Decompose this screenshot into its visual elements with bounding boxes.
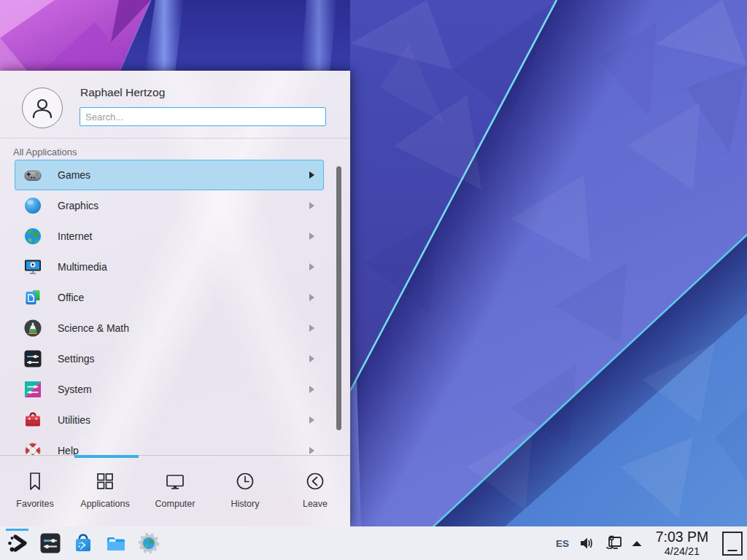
category-label: Graphics — [58, 200, 309, 211]
category-label: System — [58, 384, 309, 395]
bookmark-icon — [24, 470, 46, 492]
user-name: Raphael Hertzog — [80, 86, 165, 99]
category-row-utilities[interactable]: Utilities — [15, 405, 324, 435]
category-label: Multimedia — [58, 261, 309, 273]
sphere-icon — [23, 195, 43, 216]
globe-icon — [23, 226, 43, 246]
system-tray: ES 7:03 PM 4/24/21 — [556, 526, 743, 560]
submenu-arrow-icon — [309, 447, 314, 454]
show-desktop-glyph — [728, 550, 738, 551]
submenu-arrow-icon — [309, 263, 314, 271]
section-label: All Applications — [13, 147, 77, 158]
system-settings-icon[interactable] — [39, 532, 62, 555]
user-icon — [30, 96, 55, 120]
submenu-arrow-icon — [309, 324, 314, 332]
tab-label: Favorites — [16, 499, 53, 509]
computer-icon — [164, 470, 186, 492]
tab-history[interactable]: History — [210, 456, 280, 526]
category-label: Office — [58, 292, 309, 303]
category-label: Settings — [58, 353, 309, 365]
gamepad-icon — [23, 165, 43, 185]
list-scrollbar[interactable] — [336, 166, 341, 430]
dolphin-icon[interactable] — [104, 532, 128, 555]
sliders-icon — [23, 349, 43, 369]
caret-up-icon[interactable] — [632, 540, 642, 547]
keyboard-layout-indicator[interactable]: ES — [556, 538, 569, 549]
category-label: Utilities — [58, 414, 309, 426]
tab-label: Applications — [80, 499, 129, 509]
tab-label: Computer — [155, 499, 196, 509]
category-row-multimedia[interactable]: Multimedia — [15, 252, 324, 282]
toolbox-icon — [23, 410, 43, 430]
submenu-arrow-icon — [309, 386, 314, 393]
category-row-internet[interactable]: Internet — [15, 221, 324, 252]
tab-favorites[interactable]: Favorites — [0, 456, 70, 526]
grid-icon — [94, 470, 116, 492]
submenu-arrow-icon — [309, 416, 314, 424]
category-label: Help — [58, 445, 309, 455]
category-label: Science & Math — [58, 322, 309, 334]
discover-icon[interactable] — [71, 532, 95, 555]
clock-icon — [234, 470, 256, 492]
tab-applications[interactable]: Applications — [70, 456, 140, 526]
digital-clock[interactable]: 7:03 PM 4/24/21 — [651, 530, 713, 557]
tab-label: History — [231, 499, 260, 509]
network-icon[interactable] — [604, 534, 622, 552]
submenu-arrow-icon — [309, 294, 314, 301]
leave-icon — [304, 470, 326, 492]
category-label: Internet — [58, 230, 309, 242]
desktop: Raphael Hertzog All Applications — [0, 0, 747, 560]
submenu-arrow-icon — [309, 233, 314, 240]
active-tab-indicator — [74, 455, 139, 458]
application-category-list: Games Graphics — [15, 160, 324, 455]
search-input[interactable] — [80, 107, 326, 126]
submenu-arrow-icon — [309, 355, 314, 362]
category-row-settings[interactable]: Settings — [15, 343, 324, 374]
submenu-arrow-icon — [309, 202, 314, 209]
show-desktop-button[interactable] — [722, 532, 743, 556]
lifebuoy-icon — [23, 440, 43, 455]
clock-date: 4/24/21 — [651, 546, 713, 557]
category-row-office[interactable]: Office — [15, 282, 324, 313]
category-label: Games — [58, 169, 309, 181]
active-launcher-indicator — [6, 529, 28, 531]
application-menu-icon[interactable] — [6, 532, 29, 555]
category-row-help[interactable]: Help — [15, 435, 324, 455]
launcher-header: Raphael Hertzog — [0, 71, 350, 139]
tab-leave[interactable]: Leave — [280, 456, 350, 526]
tab-label: Leave — [303, 499, 328, 509]
taskbar-panel: ES 7:03 PM 4/24/21 — [0, 526, 747, 560]
panel-launchers — [6, 532, 160, 555]
category-row-science-math[interactable]: Science & Math — [15, 313, 324, 343]
clock-time: 7:03 PM — [651, 530, 713, 545]
launcher-tab-bar: Favorites Applications — [0, 455, 350, 526]
flask-icon — [23, 318, 43, 338]
submenu-arrow-icon — [309, 171, 314, 179]
application-launcher: Raphael Hertzog All Applications — [0, 71, 350, 526]
user-avatar[interactable] — [22, 88, 63, 128]
documents-icon — [23, 287, 43, 308]
category-row-graphics[interactable]: Graphics — [15, 190, 324, 221]
category-row-games[interactable]: Games — [15, 160, 324, 190]
volume-icon[interactable] — [578, 535, 595, 551]
system-monitor-icon — [23, 379, 43, 400]
category-row-system[interactable]: System — [15, 374, 324, 405]
konqueror-icon[interactable] — [137, 532, 160, 555]
tab-computer[interactable]: Computer — [140, 456, 210, 526]
monitor-play-icon — [23, 257, 43, 277]
